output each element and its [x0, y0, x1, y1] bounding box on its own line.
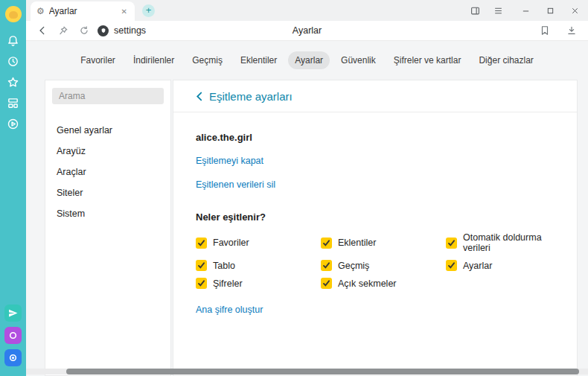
new-tab-button[interactable]: + [142, 4, 155, 17]
sync-item-label: Açık sekmeler [338, 278, 397, 289]
sync-item-label: Otomatik doldurma verileri [463, 232, 559, 253]
maximize-icon[interactable] [544, 4, 556, 16]
sync-items-grid: Favoriler Eklentiler Otomatik doldurma v… [196, 232, 559, 289]
sync-item-label: Tablo [213, 261, 235, 271]
nav-tab-diger-cihazlar[interactable]: Diğer cihazlar [472, 51, 540, 69]
sidebar-item-siteler[interactable]: Siteler [52, 183, 164, 203]
collections-icon[interactable] [4, 94, 22, 112]
checkbox-tablo[interactable] [196, 260, 207, 271]
sync-item-tablo: Tablo [196, 260, 321, 271]
back-icon[interactable] [35, 23, 50, 38]
browser-app-icon[interactable] [4, 349, 22, 366]
menu-icon[interactable] [492, 4, 504, 16]
downloads-icon[interactable] [564, 23, 579, 38]
settings-sidebar: Genel ayarlar Arayüz Araçlar Siteler Sis… [45, 80, 171, 376]
profile-avatar[interactable] [5, 6, 22, 22]
sync-item-label: Şifreler [213, 278, 243, 289]
sidebar-item-genel-ayarlar[interactable]: Genel ayarlar [52, 121, 164, 140]
account-name: alice.the.girl [196, 132, 559, 143]
what-is-synced-title: Neler eşitlenir? [196, 211, 559, 223]
site-protect-icon[interactable] [98, 25, 109, 36]
messenger-app-icon[interactable] [4, 305, 22, 322]
sidebar-item-araclar[interactable]: Araçlar [52, 162, 164, 182]
bookmark-flag-icon[interactable] [537, 23, 552, 38]
checkbox-ayarlar[interactable] [446, 260, 457, 271]
history-clock-icon[interactable] [4, 52, 22, 70]
sync-item-label: Geçmiş [338, 261, 369, 271]
checkbox-otomatik-doldurma[interactable] [446, 238, 457, 249]
browser-window: ⚙ Ayarlar ✕ + [0, 0, 588, 376]
nav-tab-eklentiler[interactable]: Eklentiler [234, 51, 284, 69]
browser-main-column: ⚙ Ayarlar ✕ + [26, 0, 588, 376]
tab-title: Ayarlar [49, 6, 115, 16]
sync-item-acik-sekmeler: Açık sekmeler [321, 278, 446, 289]
refresh-icon[interactable] [77, 23, 92, 38]
settings-page: Favoriler İndirilenler Geçmiş Eklentiler… [26, 41, 588, 376]
tab-strip: ⚙ Ayarlar ✕ + [26, 0, 588, 21]
checkbox-eklentiler[interactable] [321, 238, 332, 249]
horizontal-scrollbar-thumb[interactable] [66, 369, 579, 375]
checkbox-gecmis[interactable] [321, 260, 332, 271]
assistant-app-icon[interactable] [4, 327, 22, 344]
sync-item-label: Eklentiler [338, 238, 376, 248]
sidebar-item-sistem[interactable]: Sistem [52, 204, 164, 223]
settings-sidebar-items: Genel ayarlar Arayüz Araçlar Siteler Sis… [52, 121, 164, 223]
video-play-icon[interactable] [4, 115, 22, 133]
checkbox-favoriler[interactable] [196, 238, 207, 249]
header-divider [173, 112, 577, 112]
sync-item-sifreler: Şifreler [196, 278, 321, 289]
nav-tab-sifreler-ve-kartlar[interactable]: Şifreler ve kartlar [387, 51, 468, 69]
left-rail [0, 0, 26, 376]
sync-item-ayarlar: Ayarlar [446, 260, 559, 271]
settings-content: Genel ayarlar Arayüz Araçlar Siteler Sis… [26, 80, 588, 376]
disable-sync-link[interactable]: Eşitlemeyi kapat [196, 156, 263, 166]
address-bar: settings Ayarlar [26, 21, 588, 41]
sync-item-favoriler: Favoriler [196, 232, 321, 253]
sync-item-otomatik-doldurma: Otomatik doldurma verileri [446, 232, 559, 253]
nav-tab-favoriler[interactable]: Favoriler [74, 51, 122, 69]
url-text[interactable]: settings [114, 25, 146, 36]
favorites-star-icon[interactable] [4, 73, 22, 91]
settings-nav-tabs: Favoriler İndirilenler Geçmiş Eklentiler… [26, 41, 588, 80]
browser-tab-settings[interactable]: ⚙ Ayarlar ✕ [31, 1, 135, 21]
side-panel-icon[interactable] [469, 4, 481, 16]
sync-item-label: Ayarlar [463, 261, 492, 271]
sidebar-item-arayuz[interactable]: Arayüz [52, 141, 164, 161]
sync-settings-back-header[interactable]: Eşitleme ayarları [196, 90, 559, 103]
nav-tab-ayarlar[interactable]: Ayarlar [288, 51, 330, 69]
tab-close-icon[interactable]: ✕ [120, 6, 129, 17]
delete-synced-data-link[interactable]: Eşitlenen verileri sil [196, 179, 275, 190]
tab-gear-icon: ⚙ [36, 7, 45, 16]
page-title: Ayarlar [26, 25, 588, 36]
create-master-password-link[interactable]: Ana şifre oluştur [196, 305, 263, 315]
minimize-icon[interactable] [520, 4, 531, 16]
checkbox-sifreler[interactable] [196, 278, 207, 289]
horizontal-scrollbar [26, 369, 588, 375]
checkbox-acik-sekmeler[interactable] [321, 278, 332, 289]
nav-tab-indirilenler[interactable]: İndirilenler [127, 51, 181, 69]
search-input[interactable] [52, 88, 164, 104]
window-controls [520, 4, 581, 16]
tabstrip-right-controls [469, 0, 581, 21]
nav-tab-guvenlik[interactable]: Güvenlik [334, 51, 383, 69]
chevron-left-icon [196, 92, 202, 101]
notifications-bell-icon[interactable] [4, 31, 22, 49]
sync-settings-panel: Eşitleme ayarları alice.the.girl Eşitlem… [173, 80, 578, 376]
addressbar-right-icons [537, 23, 579, 38]
sync-item-gecmis: Geçmiş [321, 260, 446, 271]
close-window-icon[interactable] [569, 4, 581, 16]
nav-tab-gecmis[interactable]: Geçmiş [185, 51, 229, 69]
sync-item-eklentiler: Eklentiler [321, 232, 446, 253]
sync-header-label: Eşitleme ayarları [209, 90, 293, 103]
sync-item-label: Favoriler [213, 238, 249, 248]
pin-icon[interactable] [56, 23, 71, 38]
